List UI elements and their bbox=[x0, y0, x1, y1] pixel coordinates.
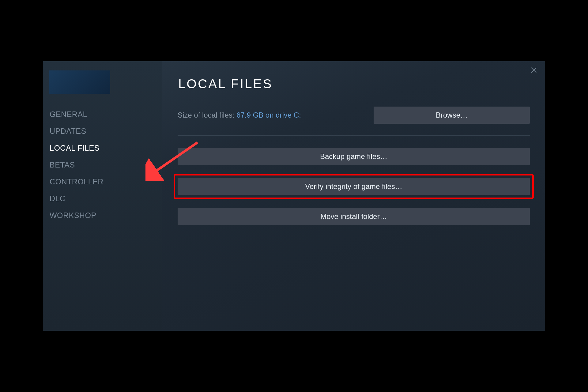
sidebar-item-updates[interactable]: UPDATES bbox=[48, 123, 157, 140]
close-button[interactable] bbox=[529, 66, 538, 75]
sidebar-item-controller[interactable]: CONTROLLER bbox=[48, 173, 157, 190]
panel-title: LOCAL FILES bbox=[178, 77, 530, 91]
divider bbox=[178, 135, 530, 136]
backup-game-files-button[interactable]: Backup game files… bbox=[178, 148, 530, 165]
sidebar-item-general[interactable]: GENERAL bbox=[48, 106, 157, 123]
action-buttons: Backup game files… Verify integrity of g… bbox=[178, 148, 530, 225]
sidebar-item-dlc[interactable]: DLC bbox=[48, 190, 157, 207]
browse-button[interactable]: Browse… bbox=[374, 107, 530, 124]
sidebar-item-betas[interactable]: BETAS bbox=[48, 156, 157, 173]
properties-dialog: GENERAL UPDATES LOCAL FILES BETAS CONTRO… bbox=[43, 61, 545, 331]
sidebar: GENERAL UPDATES LOCAL FILES BETAS CONTRO… bbox=[43, 61, 162, 331]
size-value: 67.9 GB on drive C: bbox=[236, 111, 301, 119]
local-files-size-row: Size of local files: 67.9 GB on drive C:… bbox=[178, 107, 530, 124]
content-panel: LOCAL FILES Size of local files: 67.9 GB… bbox=[162, 61, 545, 331]
highlight-annotation: Verify integrity of game files… bbox=[174, 174, 534, 199]
size-label-text: Size of local files: bbox=[178, 111, 236, 119]
size-info: Size of local files: 67.9 GB on drive C: bbox=[178, 111, 301, 119]
close-icon bbox=[531, 67, 537, 73]
game-thumbnail bbox=[49, 70, 110, 94]
sidebar-item-local-files[interactable]: LOCAL FILES bbox=[48, 140, 157, 156]
move-install-folder-button[interactable]: Move install folder… bbox=[178, 208, 530, 225]
verify-integrity-button[interactable]: Verify integrity of game files… bbox=[178, 178, 530, 195]
sidebar-item-workshop[interactable]: WORKSHOP bbox=[48, 207, 157, 224]
